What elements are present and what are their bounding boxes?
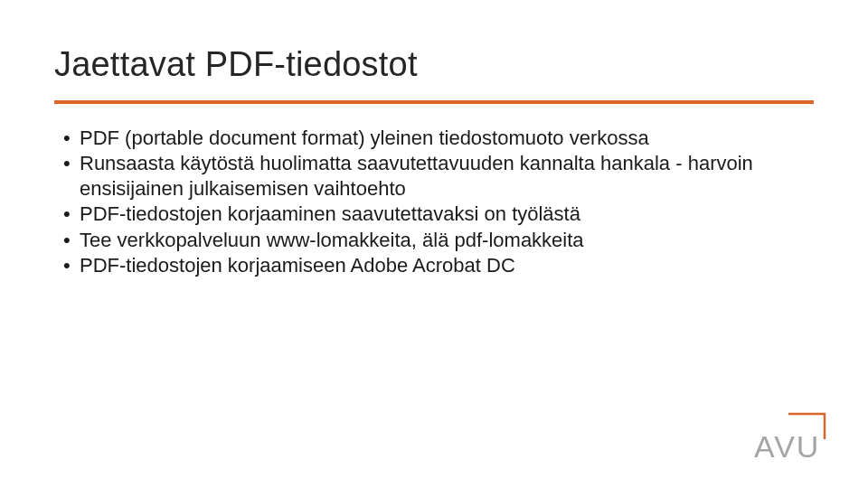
- logo: AVU: [749, 412, 828, 463]
- list-item: PDF (portable document format) yleinen t…: [63, 126, 814, 151]
- title-underline: [54, 100, 814, 104]
- list-item: PDF-tiedostojen korjaaminen saavutettava…: [63, 202, 814, 227]
- bullet-list: PDF (portable document format) yleinen t…: [54, 126, 814, 278]
- title-block: Jaettavat PDF-tiedostot: [54, 45, 814, 104]
- list-item: Runsaasta käytöstä huolimatta saavutetta…: [63, 151, 814, 202]
- list-item: PDF-tiedostojen korjaamiseen Adobe Acrob…: [63, 253, 814, 278]
- slide-container: Jaettavat PDF-tiedostot PDF (portable do…: [0, 0, 868, 488]
- list-item: Tee verkkopalveluun www-lomakkeita, älä …: [63, 228, 814, 253]
- logo-text: AVU: [754, 429, 820, 463]
- logo-icon: AVU: [749, 412, 828, 463]
- slide-title: Jaettavat PDF-tiedostot: [54, 45, 814, 100]
